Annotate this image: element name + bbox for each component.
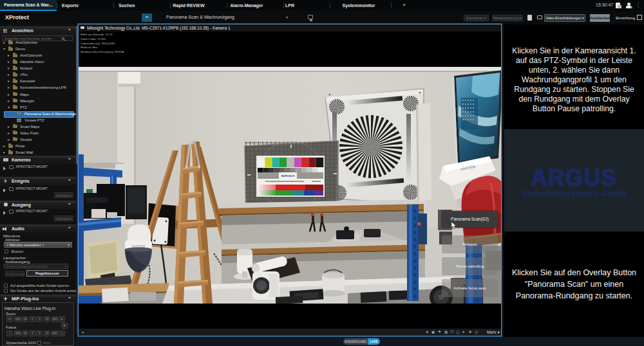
svg-text:BUROSCH: BUROSCH	[281, 174, 294, 178]
